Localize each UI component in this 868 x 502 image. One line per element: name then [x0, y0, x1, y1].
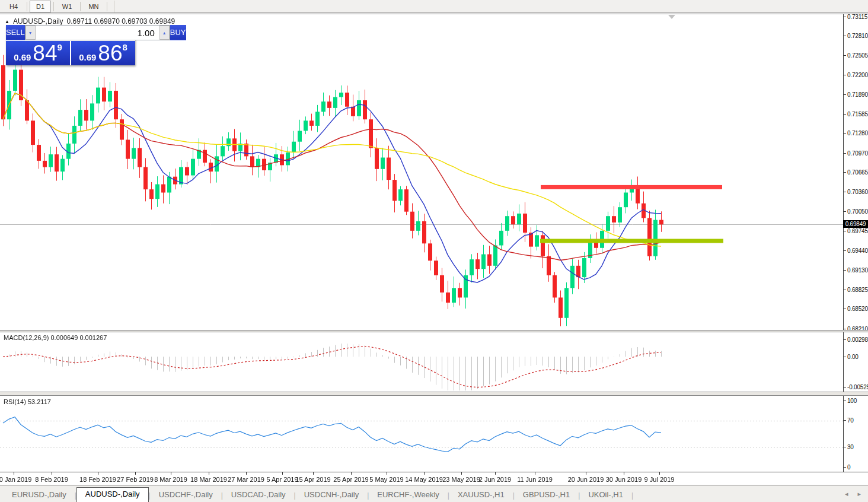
tab-scroll-left-icon[interactable]: ◂: [845, 490, 848, 498]
volume-input[interactable]: [36, 26, 159, 40]
sell-price-prefix: 0.69: [14, 51, 31, 64]
chart-tab-xauusd-h1[interactable]: XAUUSD-,H1: [449, 488, 513, 502]
price-axis-label: 0.71890: [844, 91, 868, 97]
macd-axis-label: 0.002984: [844, 336, 868, 342]
axis-tick: [844, 329, 846, 329]
tab-scroll-arrows: ◂ ▸: [845, 490, 861, 498]
chart-tab-audusd-daily[interactable]: AUDUSD-,Daily: [76, 487, 149, 502]
macd-label: MACD(12,26,9) 0.000649 0.001267: [4, 334, 107, 341]
date-tick: [209, 472, 209, 475]
price-axis-label: 0.68520: [844, 306, 868, 312]
axis-tick: [844, 94, 846, 95]
price-axis-label: 0.69745: [844, 228, 868, 234]
date-tick: [624, 472, 624, 475]
price-axis-label: 0.73115: [844, 14, 867, 20]
date-label: 9 Jul 2019: [644, 476, 675, 483]
date-tick: [659, 472, 660, 475]
timeframe-button-d1[interactable]: D1: [30, 1, 51, 12]
toolbar-separator: [27, 2, 27, 11]
sell-button[interactable]: SELL: [6, 25, 25, 40]
toolbar-separator: [114, 1, 114, 12]
price-axis-label: 0.71585: [844, 111, 868, 117]
tabs-container: EURUSD-,Daily|AUDUSD-,Daily|USDCHF-,Dail…: [4, 487, 633, 502]
price-axis-label: 0.70360: [844, 189, 868, 195]
date-tick: [313, 472, 314, 475]
date-tick: [495, 472, 496, 475]
volume-increase-icon[interactable]: ▲: [159, 26, 170, 40]
date-label: 30 Jan 2019: [0, 476, 31, 483]
toolbar-separator: [107, 2, 107, 11]
axis-tick: [844, 401, 846, 401]
buy-price-prefix: 0.69: [79, 51, 96, 64]
axis-tick: [844, 75, 846, 75]
buy-price-box[interactable]: 0.69 86 8: [71, 41, 135, 65]
date-label: 30 Jun 2019: [606, 476, 642, 483]
axis-tick: [844, 114, 846, 115]
rsi-axis-label: 70: [844, 418, 854, 424]
tab-scroll-right-icon[interactable]: ▸: [857, 490, 861, 498]
date-label: 11 Jun 2019: [517, 476, 553, 483]
macd-canvas[interactable]: [0, 332, 843, 392]
timeframe-button-mn[interactable]: MN: [83, 1, 104, 12]
axis-tick: [844, 211, 846, 212]
axis-tick: [844, 420, 846, 421]
timeframe-toolbar: H4D1W1MN: [0, 0, 868, 13]
chart-ohlc-values: 0.69711 0.69870 0.69703 0.69849: [67, 17, 175, 26]
sell-price-main: 84: [33, 43, 57, 64]
date-tick: [424, 472, 425, 475]
date-tick: [535, 472, 535, 475]
one-click-trading-widget: SELL ▼ ▲ BUY 0.69 84 9 0.69 86 8: [6, 25, 135, 65]
date-label: 27 Feb 2019: [117, 476, 154, 483]
toolbar-separator: [53, 2, 54, 11]
date-tick: [246, 472, 247, 475]
axis-tick: [844, 17, 846, 17]
chart-tab-usdcad-daily[interactable]: USDCAD-,Daily: [223, 488, 294, 502]
volume-decrease-icon[interactable]: ▼: [25, 26, 36, 40]
chart-tab-ukoil-h1[interactable]: UKOil-,H1: [580, 488, 631, 502]
rsi-label: RSI(14) 53.2117: [4, 398, 51, 405]
rsi-panel: 10070300 RSI(14) 53.2117: [0, 396, 868, 472]
macd-axis: 0.0029840.00-0.005256: [843, 332, 868, 392]
axis-tick: [844, 153, 846, 154]
date-label: 8 Feb 2019: [35, 476, 68, 483]
date-label: 5 May 2019: [369, 476, 403, 483]
timeframe-button-w1[interactable]: W1: [56, 1, 78, 12]
timeframe-button-h4[interactable]: H4: [3, 1, 24, 12]
chart-tab-gbpusd-h1[interactable]: GBPUSD-,H1: [515, 488, 578, 502]
chart-tab-usdcnh-daily[interactable]: USDCNH-,Daily: [296, 488, 367, 502]
axis-tick: [844, 309, 846, 309]
chart-tab-bar: EURUSD-,Daily|AUDUSD-,Daily|USDCHF-,Dail…: [0, 485, 868, 502]
date-tick: [52, 472, 52, 475]
axis-tick: [844, 172, 846, 173]
chart-tab-eurchf-weekly[interactable]: EURCHF-,Weekly: [369, 488, 448, 502]
date-label: 5 Apr 2019: [266, 476, 298, 483]
date-label: 18 Feb 2019: [79, 476, 116, 483]
volume-stepper: ▼ ▲: [25, 25, 170, 40]
price-axis-label: 0.70050: [844, 209, 868, 215]
axis-tick: [844, 357, 846, 357]
date-tick: [586, 472, 586, 475]
axis-tick: [844, 250, 846, 251]
axis-tick: [844, 36, 846, 36]
date-label: 15 Apr 2019: [295, 476, 330, 483]
collapse-arrow-icon[interactable]: ▲: [5, 19, 9, 24]
chart-tab-usdchf-daily[interactable]: USDCHF-,Daily: [151, 488, 221, 502]
price-axis-label: 0.72810: [844, 33, 868, 39]
buy-price-main: 86: [98, 43, 122, 64]
date-label: 27 Mar 2019: [228, 476, 264, 483]
date-tick: [351, 472, 352, 475]
date-label: 23 May 2019: [442, 476, 480, 483]
panel-splitter[interactable]: [0, 392, 868, 396]
sell-price-box[interactable]: 0.69 84 9: [6, 41, 70, 65]
price-axis: 0.731150.728100.725050.722000.718900.715…: [843, 14, 868, 331]
chart-tab-eurusd-daily[interactable]: EURUSD-,Daily: [4, 488, 75, 502]
axis-tick: [844, 270, 846, 271]
macd-axis-label: -0.005256: [844, 384, 868, 390]
chart-shift-marker-icon[interactable]: [668, 15, 675, 19]
rsi-axis-label: 0: [844, 464, 850, 470]
axis-tick: [844, 290, 846, 290]
buy-button[interactable]: BUY: [170, 25, 186, 40]
axis-tick: [844, 133, 846, 134]
price-axis-label: 0.69440: [844, 247, 868, 253]
rsi-canvas[interactable]: [0, 396, 843, 472]
